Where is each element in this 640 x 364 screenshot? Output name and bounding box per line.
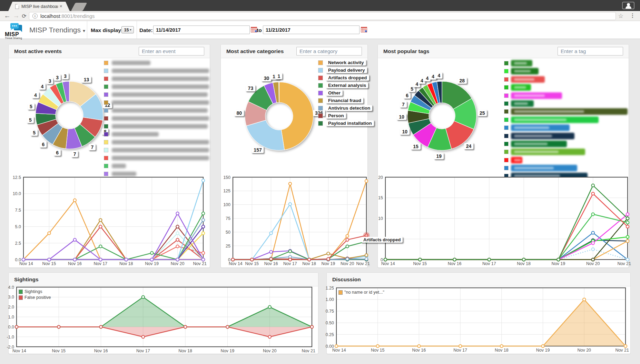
svg-text:3.0: 3.0 [8,295,14,300]
redacted-label [112,92,208,97]
app-title-dropdown[interactable]: MISP Trendings▾ [29,26,85,34]
slice-value-label: 7 [89,144,96,150]
calendar-icon[interactable] [361,27,367,32]
slice-value-label: 6 [40,141,47,148]
slice-value-label: 4 [39,83,46,90]
legend-swatch [504,109,509,114]
tags-line-chart[interactable]: 05101520Nov 14Nov 15Nov 16Nov 17Nov 18No… [378,174,631,266]
svg-text:Nov 19: Nov 19 [552,261,565,266]
svg-text:Nov 21: Nov 21 [356,261,370,266]
svg-text:Nov 20: Nov 20 [171,261,185,266]
slice-value-label: 4 [435,72,442,79]
legend-swatch [19,295,23,300]
legend-row [504,100,628,107]
svg-text:0.0: 0.0 [8,325,14,330]
legend-swatch [504,77,509,82]
event-search-input[interactable] [139,47,204,55]
legend-label: Financial fraud [326,98,363,103]
redacted-tag-pill [511,60,532,67]
panel-title: Sightings [14,276,39,283]
redacted-tag-pill [511,117,599,123]
svg-text:-1.0: -1.0 [7,335,14,340]
redacted-label [112,132,159,136]
slice-value-label: 10 [400,129,410,135]
date-from-input[interactable] [153,26,250,34]
redacted-tag-pill [511,165,577,171]
slice-value-label: 10 [397,114,406,120]
redacted-tag-pill [511,100,534,107]
legend-swatch [318,91,323,95]
url-bar[interactable]: i localhost:8001/trendings [29,12,616,20]
max-display-select[interactable]: 15 ▾ [121,26,134,33]
svg-text:2.5: 2.5 [15,241,21,246]
legend-row: Person [318,113,373,119]
categories-line-chart[interactable]: 0255075100125150Nov 14Nov 15Nov 16Nov 17… [221,174,370,266]
svg-text:0.50: 0.50 [326,321,334,325]
tag-search-input[interactable] [558,47,623,55]
legend-row [504,124,628,131]
discussion-area-chart[interactable]: 0.000.250.500.751.001.25Nov 14Nov 15Nov … [327,284,630,352]
svg-text:Nov 17: Nov 17 [453,348,467,353]
legend-swatch [318,68,323,73]
url-path: :8001/trendings [60,13,95,19]
legend-row: External analysis [318,82,373,88]
legend-swatch [104,132,108,136]
close-icon[interactable]: ✕ [59,4,62,9]
forward-icon[interactable]: → [12,11,21,21]
slice-value-label: 5 [27,117,34,123]
legend-swatch [318,121,323,126]
date-label: Date: [139,27,153,33]
slice-value-label: 3 [62,73,69,79]
svg-text:20: 20 [378,175,383,180]
calendar-icon[interactable] [251,27,257,32]
redacted-tag-pill [511,68,539,74]
new-tab-button[interactable] [71,3,87,11]
svg-text:0.75: 0.75 [326,309,334,314]
legend-row [504,68,628,74]
svg-text:Nov 17: Nov 17 [93,261,107,266]
browser-toolbar: ← → ⟳ i localhost:8001/trendings ☆ ⋮ [0,11,640,21]
back-icon[interactable]: ← [3,11,12,21]
tags-donut-chart[interactable]: 2825241915101076544444 [378,58,509,177]
svg-text:Nov 17: Nov 17 [482,261,496,266]
browser-tab[interactable]: MISP live dashboard ✕ [8,2,70,11]
profile-avatar-button[interactable] [622,2,634,9]
svg-text:Nov 20: Nov 20 [263,348,277,353]
slice-value-label: 5 [28,103,35,110]
category-search-input[interactable] [296,47,362,55]
chevron-down-icon: ▾ [130,28,131,31]
sightings-area-chart[interactable]: -2.0-1.00.01.02.03.04.0Nov 14Nov 15Nov 1… [9,284,316,352]
legend-row [504,133,628,139]
legend-swatch [504,134,509,138]
legend-swatch [504,158,509,162]
legend-row [504,60,628,67]
svg-text:Nov 19: Nov 19 [322,261,335,266]
divider [87,21,87,39]
redacted-tag-pill [511,149,585,155]
legend-swatch [104,61,108,65]
svg-text:0.25: 0.25 [326,332,334,337]
legend-row [504,84,628,91]
svg-text:Nov 19: Nov 19 [145,261,159,266]
tags-legend [504,60,628,181]
events-line-chart[interactable]: 0.02.55.07.510.012.5Nov 14Nov 15Nov 16No… [12,174,207,266]
menu-kebab-icon[interactable]: ⋮ [630,12,635,19]
legend-swatch [104,140,108,144]
legend-swatch [318,106,323,111]
info-icon[interactable]: i [32,13,38,19]
date-to-input[interactable] [263,26,360,34]
legend-swatch [318,60,323,65]
legend-label: Antivirus detection [326,105,372,111]
legend-swatch [104,69,108,73]
chart-tooltip: Artifacts dropped [361,237,403,243]
slice-value-label: 25 [477,110,487,116]
svg-text:10.0: 10.0 [13,191,21,196]
panel-title: Most active categories [226,48,284,54]
svg-text:4.0: 4.0 [8,285,14,290]
svg-text:1.00: 1.00 [326,297,334,302]
legend-swatch [504,69,509,73]
bookmark-star-icon[interactable]: ☆ [618,12,623,20]
reload-icon[interactable]: ⟳ [20,11,28,21]
page-title: MISP Trendings [29,26,81,34]
legend-row [504,76,628,83]
